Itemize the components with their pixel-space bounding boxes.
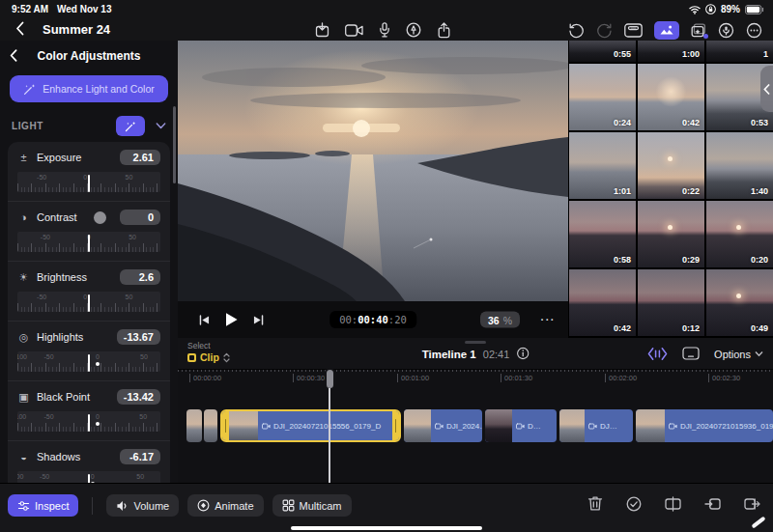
timecode-display[interactable]: 00:00:40:20 (329, 311, 416, 328)
media-clip-thumbnail[interactable]: 1:00 (638, 41, 705, 62)
media-clip-thumbnail[interactable]: 0:12 (638, 269, 705, 337)
redo-icon[interactable] (596, 22, 613, 39)
slider-ruler[interactable]: -50050 (17, 292, 160, 312)
magnetic-timeline-icon[interactable] (647, 347, 668, 360)
check-circle-icon[interactable] (626, 496, 642, 512)
slider-handle[interactable] (88, 294, 90, 312)
insert-left-icon[interactable] (704, 496, 721, 512)
microphone-icon[interactable] (379, 22, 390, 38)
viewer: 00:00:40:20 36% ··· (178, 41, 568, 338)
home-indicator[interactable] (291, 526, 482, 531)
slider-ruler[interactable]: -50050 (17, 232, 160, 252)
options-button[interactable]: Options (714, 348, 763, 359)
clip-filter[interactable]: Select Clip (187, 341, 230, 363)
timeline-ruler[interactable]: 00:00:0000:00:3000:01:0000:01:3000:02:00… (178, 370, 773, 385)
slider-tick-label: 0 (83, 174, 87, 181)
light-collapse-chevron[interactable] (156, 123, 166, 129)
toolbar-divider (92, 497, 93, 515)
multicam-button[interactable]: Multicam (272, 494, 352, 517)
timeline-drag-handle[interactable] (465, 341, 486, 344)
media-clip-thumbnail[interactable]: 1 (706, 41, 773, 62)
timeline-clip[interactable]: DJI_2024… (404, 409, 482, 442)
slider-handle[interactable] (88, 235, 90, 252)
slider-ruler[interactable]: -100-50050 (17, 411, 160, 432)
inspect-button[interactable]: Inspect (8, 494, 78, 517)
previous-frame-button[interactable] (199, 315, 210, 325)
timeline-title: Timeline 1 (422, 348, 476, 359)
share-icon[interactable] (437, 22, 452, 39)
more-icon[interactable] (746, 22, 762, 39)
timeline-clip[interactable]: DJ… (559, 409, 633, 442)
media-clip-thumbnail[interactable]: 0:22 (638, 132, 705, 200)
top-center-tools (315, 19, 452, 41)
camera-icon (588, 423, 597, 430)
pencil-tools-icon[interactable] (406, 22, 421, 38)
slider-ruler[interactable]: -100-50050 (17, 351, 160, 372)
info-icon[interactable] (516, 348, 529, 360)
updown-chevrons-icon (223, 352, 230, 363)
media-clip-thumbnail[interactable]: 0:42 (638, 64, 705, 131)
trash-icon[interactable] (587, 495, 603, 512)
slider-value-field[interactable]: -6.17 (120, 449, 160, 464)
playhead-handle[interactable] (325, 368, 335, 390)
timeline-clip[interactable]: DJI_20240721015936_0190_D (636, 409, 773, 442)
timeline-clip[interactable] (186, 409, 202, 442)
media-clip-thumbnail[interactable]: 0:55 (569, 41, 637, 62)
timeline-clip[interactable] (204, 409, 217, 442)
animate-button[interactable]: Animate (187, 494, 263, 517)
slider-value-field[interactable]: -13.42 (117, 389, 160, 405)
media-clip-thumbnail[interactable]: 1:01 (569, 132, 637, 200)
browser-collapse-handle[interactable] (760, 66, 773, 112)
slider-value-field[interactable]: 2.61 (120, 150, 160, 165)
jog-wheel-icon[interactable] (624, 23, 643, 38)
split-clip-icon[interactable] (665, 496, 681, 512)
clip-thumbnail (204, 409, 217, 442)
insert-right-icon[interactable] (744, 496, 760, 512)
panel-scrollbar[interactable] (173, 106, 176, 183)
slider-ruler[interactable]: -50050 (17, 172, 160, 192)
slider-tick-label: 0 (96, 353, 100, 360)
light-auto-wand-button[interactable] (116, 116, 145, 136)
battery-percent: 89% (721, 4, 740, 14)
slider-handle[interactable] (88, 414, 90, 432)
sun-glow (668, 156, 673, 161)
notification-dot (703, 34, 708, 39)
slider-handle[interactable] (88, 354, 90, 372)
slider-value-field[interactable]: 2.6 (120, 269, 160, 285)
timeline-clip[interactable]: DJI_20240721015556_0179_D (220, 409, 401, 442)
media-clip-thumbnail[interactable]: 0:29 (638, 201, 705, 268)
media-clip-thumbnail[interactable]: 1:40 (706, 132, 773, 200)
slider-value-field[interactable]: -13.67 (117, 329, 160, 345)
import-icon[interactable] (315, 22, 329, 38)
exposure-icon: ± (17, 152, 30, 164)
media-clip-thumbnail[interactable]: 0:20 (706, 201, 773, 268)
next-frame-button[interactable] (253, 315, 264, 325)
play-button[interactable] (224, 312, 239, 327)
slider-handle[interactable] (88, 175, 90, 192)
clip-duration: 0:22 (682, 186, 700, 196)
connect-clip-icon[interactable] (682, 347, 700, 361)
back-button[interactable] (15, 21, 24, 36)
clip-duration: 0:12 (682, 323, 700, 333)
volume-button[interactable]: Volume (106, 494, 179, 517)
viewer-zoom-button[interactable]: 36% (480, 312, 520, 328)
clip-duration: 1:00 (682, 49, 700, 59)
ruler-timecode-label: 00:02:30 (708, 374, 740, 382)
trim-handle-right[interactable] (392, 411, 399, 440)
media-clip-thumbnail[interactable]: 0:42 (569, 269, 637, 337)
video-preview[interactable] (178, 41, 568, 301)
video-camera-icon[interactable] (345, 24, 363, 37)
clip-duration: 0:53 (751, 118, 768, 127)
media-clip-thumbnail[interactable]: 0:58 (569, 201, 637, 268)
media-browser-icon[interactable] (654, 21, 679, 40)
enhance-light-color-button[interactable]: Enhance Light and Color (10, 75, 168, 102)
slider-value-field[interactable]: 0 (120, 210, 160, 225)
media-clip-thumbnail[interactable]: 0:49 (706, 269, 773, 337)
undo-icon[interactable] (568, 22, 585, 39)
viewer-more-button[interactable]: ··· (541, 314, 557, 325)
timeline-clip[interactable]: D… (485, 409, 557, 442)
clips-browser-icon[interactable] (691, 23, 706, 38)
voiceover-icon[interactable] (718, 22, 734, 39)
trim-handle-left[interactable] (222, 411, 229, 440)
media-clip-thumbnail[interactable]: 0:24 (569, 64, 637, 131)
